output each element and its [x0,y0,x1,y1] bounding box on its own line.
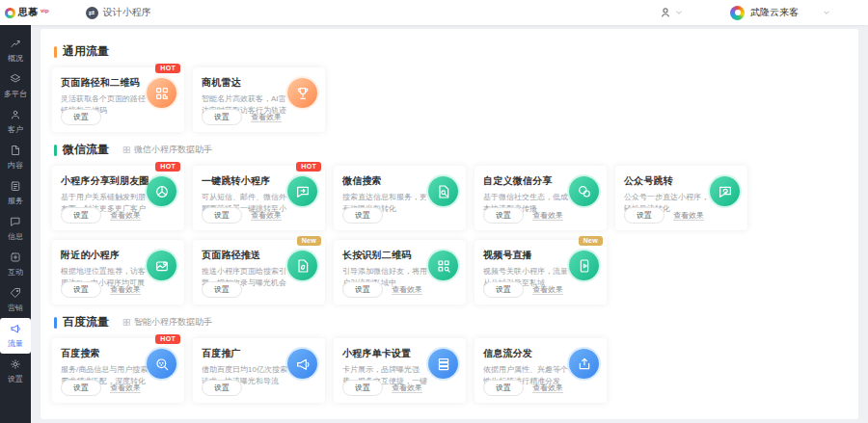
section-helper-link[interactable]: 智能小程序数据助手 [122,316,212,329]
section-helper-label: 智能小程序数据助手 [134,316,212,329]
wechat-bubble-icon [569,176,599,206]
megaphone-round-icon [287,349,317,379]
video-phone-icon [569,251,599,280]
sidebar-item-概况[interactable]: 概况 [0,33,31,68]
doc-search-icon [428,176,458,206]
view-result-link[interactable]: 查看效果 [110,210,141,221]
feature-card-微信搜索: 微信搜索搜索直达信息和服务，更有效曝光和转化设置 [334,166,466,230]
workspace-menu[interactable]: 武隆云来客 [730,6,831,20]
sidebar-item-客户[interactable]: 客户 [0,104,31,140]
view-result-link[interactable]: 查看效果 [392,284,422,295]
feature-card-附近的小程序: 附近的小程序根据地理位置推荐，访客周边5km内小程序均可展示设置查看效果 [52,240,184,304]
setup-button[interactable]: 设置 [61,109,101,125]
moments-icon [147,176,176,206]
setup-button[interactable]: 设置 [202,207,242,224]
card-actions: 设置 [342,207,383,224]
view-result-link[interactable]: 查看效果 [532,383,563,393]
setup-button[interactable]: 设置 [202,380,242,396]
setup-button[interactable]: 设置 [483,380,524,396]
sidebar-item-label: 客户 [8,124,23,135]
section-通用流量: 通用流量HOT页面路径和二维码灵活获取各个页面的路径链接和二维码设置商机雷达智能… [52,43,847,132]
current-app-title: 设计小程序 [103,6,151,19]
logo-vip-badge: vip [41,7,49,14]
sidebar-item-label: 多平台 [4,89,27,99]
card-actions: 设置查看效果 [61,281,141,298]
feature-card-信息流分发: 信息流分发依据用户属性、兴趣等个性化标签进行精准分发设置查看效果 [475,338,607,403]
section-title: 百度流量 [63,314,109,330]
section-accent-bar [54,145,57,156]
feature-card-百度推广: 百度推广借助百度日均10亿次搜索请求，快速曝光和导流设置 [193,338,325,403]
message-icon [10,216,21,229]
feature-card-长按识别二维码: 长按识别二维码引导添加微信好友，将用户引流到私域中设置查看效果 [334,240,466,304]
setup-button[interactable]: 设置 [342,207,383,224]
card-badge: New [297,236,321,246]
feature-card-小程序分享到朋友圈: HOT小程序分享到朋友圈基于用户关系链触发到朋友圈，触达更多更广客户设置查看效果 [52,166,184,230]
setup-button[interactable]: 设置 [483,281,524,298]
setup-button[interactable]: 设置 [624,207,665,224]
sidebar-item-label: 流量 [8,338,23,349]
setup-button[interactable]: 设置 [61,380,101,396]
section-accent-bar [54,317,57,329]
view-result-link[interactable]: 查看效果 [251,112,282,122]
view-result-link[interactable]: 查看效果 [532,210,563,221]
card-badge: HOT [296,162,321,172]
sidebar-item-信息[interactable]: 信息 [0,211,31,247]
setup-button[interactable]: 设置 [61,281,101,298]
sidebar-item-多平台[interactable]: 多平台 [0,68,31,104]
file-icon [10,145,21,158]
sidebar-item-流量[interactable]: 流量 [0,318,31,354]
section-微信流量: 微信流量微信小程序数据助手HOT小程序分享到朋友圈基于用户关系链触发到朋友圈，触… [52,142,847,304]
distribute-icon [569,349,599,379]
setup-button[interactable]: 设置 [342,281,383,298]
sidebar-item-内容[interactable]: 内容 [0,140,31,175]
doc-link-icon [287,251,317,280]
sidebar-item-label: 内容 [8,160,23,171]
nav-app-switcher[interactable]: ⇄ 设计小程序 [86,6,151,19]
sidebar-item-互动[interactable]: 互动 [0,247,31,282]
card-badge: HOT [155,64,180,73]
card-badge: HOT [155,334,180,344]
cards-row: HOT小程序分享到朋友圈基于用户关系链触发到朋友圈，触达更多更广客户设置查看效果… [52,166,847,230]
card-actions: 设置查看效果 [483,281,563,298]
main-content: 通用流量HOT页面路径和二维码灵活获取各个页面的路径链接和二维码设置商机雷达智能… [41,29,858,419]
sidebar-item-设置[interactable]: 设置 [0,354,31,389]
view-result-link[interactable]: 查看效果 [110,284,141,295]
person-icon [659,6,672,19]
view-result-link[interactable]: 查看效果 [251,210,282,221]
view-result-link[interactable]: 查看效果 [673,210,704,221]
top-bar: 思慕 vip ⇄ 设计小程序 武隆云来客 [0,0,868,25]
feature-card-视频号直播: New视频号直播视频号关联小程序，流量从公域引导至私域设置查看效果 [475,240,607,304]
view-result-link[interactable]: 查看效果 [110,383,141,393]
setup-button[interactable]: 设置 [483,207,524,224]
section-header: 微信流量微信小程序数据助手 [54,142,847,158]
feature-card-公众号跳转: 公众号跳转公众号一步直达小程序，轻松导流转化设置查看效果 [615,166,747,230]
chart-icon [10,38,21,51]
section-helper-link[interactable]: 微信小程序数据助手 [122,144,212,156]
cards-row: HOT页面路径和二维码灵活获取各个页面的路径链接和二维码设置商机雷达智能名片高效… [52,67,847,132]
feature-card-百度搜索: HOT百度搜索服务/商品信息与用户搜索需求精准匹配，深度转化用户设置查看效果 [52,338,184,403]
feature-card-商机雷达: 商机雷达智能名片高效获客，AI雷达实时获取访客行为轨迹设置查看效果 [193,67,325,132]
map-pin-icon [147,251,176,280]
workspace-name: 武隆云来客 [750,6,799,19]
cards-row: HOT百度搜索服务/商品信息与用户搜索需求精准匹配，深度转化用户设置查看效果百度… [52,338,847,403]
sidebar-item-label: 概况 [8,53,23,64]
service-icon [10,180,21,194]
card-actions: 设置查看效果 [202,109,282,125]
setup-button[interactable]: 设置 [202,281,242,298]
sidebar-item-营销[interactable]: 营销 [0,282,31,318]
section-title: 微信流量 [63,142,109,158]
switch-app-icon: ⇄ [86,7,98,19]
card-actions: 设置查看效果 [483,380,563,396]
setup-button[interactable]: 设置 [342,380,383,396]
view-result-link[interactable]: 查看效果 [532,284,563,295]
view-result-link[interactable]: 查看效果 [392,383,422,393]
sidebar-item-服务[interactable]: 服务 [0,175,31,211]
feature-card-小程序单卡设置: 小程序单卡设置卡片展示，品牌曝光强势，服务交互便捷，一键直达设置查看效果 [334,338,466,403]
account-menu[interactable] [659,6,684,19]
tag-icon [10,287,21,301]
setup-button[interactable]: 设置 [61,207,101,224]
feature-card-一键跳转小程序: HOT一键跳转小程序可从短信、邮件、微信外网页等场景一键跳转至小程序设置查看效果 [193,166,325,230]
card-actions: 设置查看效果 [202,207,282,224]
workspace-brand-icon [730,6,745,20]
setup-button[interactable]: 设置 [202,109,242,125]
